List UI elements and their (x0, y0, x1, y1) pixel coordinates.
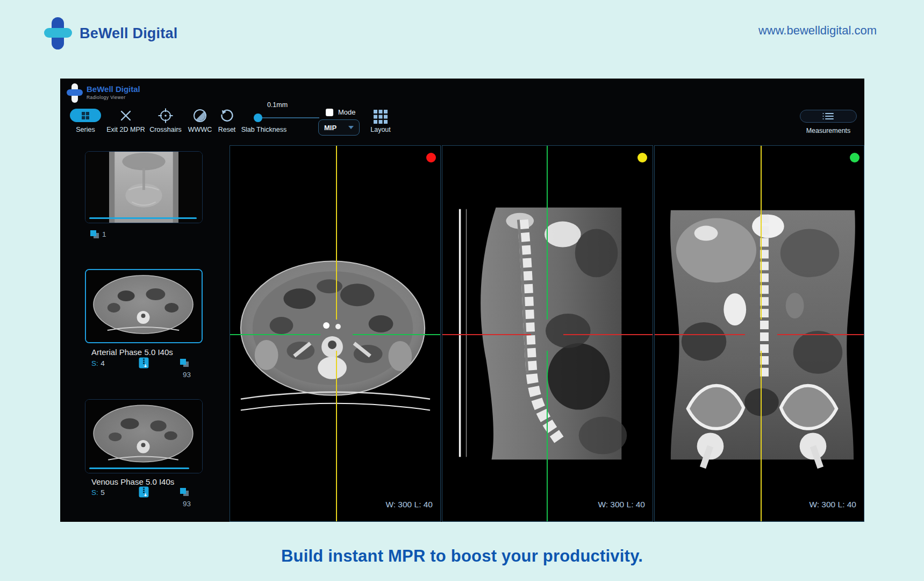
series-title-venous: Venous Phase 5.0 I40s (91, 477, 174, 486)
series-thumbnail-venous[interactable] (85, 399, 203, 473)
compressed-series-icon (139, 357, 149, 371)
series-number-value: 5 (101, 488, 105, 497)
series-number-prefix: S: (91, 488, 98, 497)
slider-thumb[interactable] (254, 114, 262, 122)
thumbnail-progress-bar (89, 217, 197, 219)
crosshairs-button[interactable] (157, 108, 174, 124)
series-meta-arterial: S: 4 93 (91, 358, 199, 370)
mode-label: Mode (338, 108, 356, 116)
layout-button[interactable] (373, 109, 388, 124)
crosshair-horizontal[interactable] (353, 334, 441, 335)
site-url: www.bewelldigital.com (758, 24, 877, 38)
crosshair-horizontal[interactable] (777, 334, 864, 335)
crosshair-vertical[interactable] (761, 351, 762, 522)
crosshair-vertical[interactable] (547, 146, 548, 320)
crosshair-horizontal[interactable] (563, 334, 653, 335)
instance-count-value: 93 (183, 371, 191, 379)
mode-checkbox[interactable] (326, 109, 333, 116)
list-icon (822, 112, 834, 120)
series-meta-venous: S: 5 93 (91, 487, 199, 499)
reset-label: Reset (218, 126, 236, 133)
viewport-coronal[interactable]: W: 300 L: 40 (654, 145, 864, 522)
radiology-viewer-window: BeWell Digital Radiology Viewer Series E… (60, 79, 864, 522)
series-button[interactable] (70, 109, 101, 122)
crosshair-horizontal[interactable] (230, 334, 320, 335)
grid-2x2-icon (81, 111, 90, 121)
series-thumbnail-arterial[interactable] (85, 269, 203, 343)
chevron-down-icon (348, 126, 354, 129)
site-brand: BeWell Digital (44, 16, 177, 51)
axial-marker-dot (426, 153, 436, 162)
crosshairs-icon (157, 108, 174, 124)
stack-icon (180, 358, 189, 367)
axial-ct-thumbnail-image (85, 400, 202, 473)
thumbnail-progress-bar (89, 467, 189, 469)
scout-instance-count: 1 (90, 230, 106, 239)
series-thumbnail-scout[interactable] (85, 151, 203, 223)
crosshair-vertical[interactable] (547, 351, 548, 522)
exit-2d-mpr-button[interactable] (118, 108, 134, 124)
crosshair-vertical[interactable] (336, 351, 337, 522)
window-level-text: W: 300 L: 40 (598, 500, 645, 509)
series-title-arterial: Arterial Phase 5.0 I40s (91, 348, 173, 357)
slab-thickness-label: Slab Thickness (241, 126, 287, 133)
reset-rotate-icon (220, 109, 234, 123)
reset-button[interactable] (219, 108, 235, 124)
mip-selected-value: MIP (324, 124, 336, 132)
coronal-ct-image (655, 146, 864, 521)
instance-count-venous: 93 (180, 487, 199, 508)
stack-icon (180, 487, 189, 497)
bewell-cross-logo-icon (44, 16, 72, 51)
series-number-value: 4 (101, 359, 105, 367)
slider-track (254, 117, 319, 118)
slab-thickness-slider[interactable] (254, 113, 319, 123)
instance-count-value: 1 (102, 230, 106, 238)
axial-ct-image (230, 146, 440, 521)
instance-count-value: 93 (183, 500, 191, 508)
coronal-marker-dot (850, 153, 859, 162)
grid-3x3-icon (373, 109, 388, 124)
exit-2d-mpr-label: Exit 2D MPR (106, 126, 145, 133)
window-level-icon (192, 108, 207, 123)
series-number-prefix: S: (91, 359, 98, 367)
measurements-button[interactable] (800, 110, 857, 123)
axial-ct-thumbnail-image (86, 270, 202, 342)
wwwc-button[interactable] (192, 108, 208, 124)
mip-dropdown[interactable]: MIP (318, 119, 360, 136)
stack-icon (90, 230, 99, 239)
crosshair-vertical[interactable] (336, 146, 337, 320)
viewport-axial[interactable]: W: 300 L: 40 (230, 145, 441, 522)
viewport-sagittal[interactable]: W: 300 L: 40 (442, 145, 653, 522)
mode-checkbox-row[interactable]: Mode (326, 108, 356, 116)
toolbar: Series Exit 2D MPR Crosshairs (60, 79, 864, 145)
slab-thickness-value: 0.1mm (267, 101, 288, 109)
marketing-caption: Build instant MPR to boost your producti… (0, 547, 924, 566)
site-header: BeWell Digital www.bewelldigital.com (0, 0, 924, 62)
crosshairs-label: Crosshairs (149, 126, 182, 133)
scout-ct-thumbnail-image (85, 152, 202, 223)
crosshair-vertical[interactable] (761, 146, 762, 320)
wwwc-label: WWWC (188, 126, 212, 133)
close-x-icon (119, 109, 133, 123)
crosshair-horizontal[interactable] (655, 334, 745, 335)
sagittal-marker-dot (638, 153, 647, 162)
measurements-label: Measurements (806, 127, 851, 134)
window-level-text: W: 300 L: 40 (385, 500, 433, 509)
series-label: Series (76, 126, 95, 133)
window-level-text: W: 300 L: 40 (809, 500, 856, 509)
instance-count-arterial: 93 (180, 358, 199, 379)
site-brand-name: BeWell Digital (80, 25, 177, 42)
compressed-series-icon (139, 486, 149, 500)
layout-label: Layout (370, 126, 391, 133)
crosshair-horizontal[interactable] (442, 334, 531, 335)
